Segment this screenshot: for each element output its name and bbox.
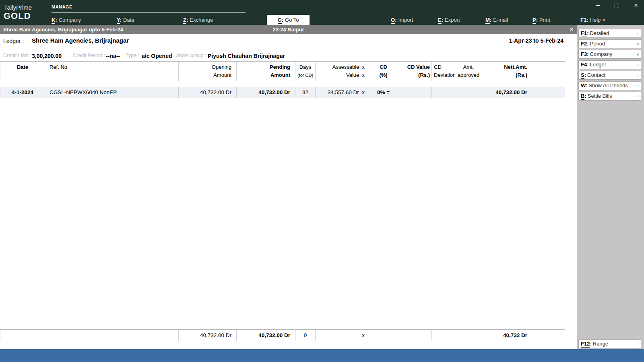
- maximize-icon: [615, 4, 619, 8]
- col-header-days-for-cd: Days (for CD): [295, 62, 316, 81]
- col-header-ref-no: Ref. No.: [45, 62, 179, 81]
- window-minimize-button[interactable]: [592, 2, 603, 10]
- ledger-name: Shree Ram Agencies, Brijrajnagar: [32, 37, 129, 44]
- window-close-button[interactable]: ✕: [630, 2, 642, 10]
- button-label: Detailed: [590, 30, 609, 36]
- header-line2: Amount: [179, 71, 231, 79]
- menu-colon: :: [186, 17, 188, 23]
- menu-colon: :: [282, 17, 283, 23]
- sidebar-button-range[interactable]: F12:Range ‹: [578, 339, 641, 348]
- menu-label: Company: [59, 17, 81, 23]
- sidebar-button-company[interactable]: F3:Company ‹: [578, 50, 641, 59]
- button-colon: :: [584, 93, 586, 99]
- chevron-left-icon: ‹: [635, 40, 641, 48]
- cell-nett-amt: 40,732.00 Dr: [482, 87, 565, 98]
- menu-label: Export: [445, 17, 460, 23]
- col-header-nett-amt: Nett.Amt. (Rs.): [482, 62, 565, 81]
- chevron-left-icon: ‹: [635, 61, 641, 69]
- ledger-label: Ledger :: [3, 38, 24, 44]
- menu-item-company[interactable]: K:Company: [52, 17, 81, 23]
- sidebar-button-detailed[interactable]: F1:Detailed ‹: [578, 29, 641, 38]
- sidebar-button-ledger[interactable]: F4:Ledger ‹: [578, 60, 641, 69]
- table-row[interactable]: 4-1-2024 CGSL-NEPWX6040 NonEP 40,732.00 …: [0, 87, 565, 98]
- menu-label: Help: [590, 17, 601, 23]
- chevron-left-icon: ‹: [635, 340, 641, 348]
- totals-assessable-value: x: [316, 330, 368, 341]
- button-text: F2:Period: [579, 40, 635, 48]
- cell-assessable-value: 34,557.60 Dr x: [316, 87, 368, 98]
- sidebar-button-settle-bills[interactable]: B:Settle Bills ‹: [578, 92, 641, 101]
- header-line1: Amt.: [455, 63, 482, 71]
- header-line1: CD Value: [399, 63, 430, 71]
- button-key: F4: [581, 62, 587, 68]
- col-header-amt-approved: Amt. approved: [455, 62, 482, 81]
- chevron-left-icon: ‹: [635, 92, 641, 100]
- brand-name: TallyPrime: [4, 4, 32, 11]
- menu-title: MANAGE: [52, 4, 72, 9]
- menu-key: Y: [117, 17, 120, 24]
- menu-item-exchange[interactable]: Z:Exchange: [183, 17, 213, 23]
- sidebar-button-period[interactable]: F2:Period ‹: [578, 39, 641, 48]
- button-key: S: [581, 72, 584, 79]
- button-colon: :: [584, 72, 586, 78]
- menu-key: F1: [580, 17, 586, 23]
- credit-period-value: --na--: [106, 53, 120, 59]
- menu-key: Z: [183, 17, 186, 24]
- button-label: Period: [590, 41, 605, 47]
- go-to-button[interactable]: G:Go To: [267, 15, 310, 25]
- header-line1: CD: [368, 63, 399, 71]
- button-colon: :: [587, 30, 588, 36]
- menu-item-email[interactable]: M:E-mail: [485, 17, 508, 23]
- under-group-label: Under group :: [175, 53, 206, 58]
- menu-label: Data: [123, 17, 134, 23]
- sidebar-button-show-all-periods[interactable]: W:Show All Periods ‹: [578, 81, 641, 90]
- totals-days: 0: [295, 330, 316, 341]
- totals-date: [0, 330, 45, 341]
- header-line1: Ref. No.: [50, 63, 178, 71]
- menu-label: Go To: [285, 17, 299, 23]
- button-colon: :: [587, 41, 588, 47]
- close-icon: ✕: [634, 2, 638, 8]
- header-line1: Days: [295, 63, 315, 71]
- menu-item-print[interactable]: P:Print: [533, 17, 550, 23]
- button-text: F1:Detailed: [579, 29, 635, 37]
- menu-item-data[interactable]: Y:Data: [117, 17, 134, 23]
- brand-edition: GOLD: [4, 11, 31, 21]
- menu-colon: :: [395, 17, 396, 23]
- button-colon: :: [587, 51, 588, 57]
- menu-label: E-mail: [493, 17, 508, 23]
- menu-item-help[interactable]: F1:Help●: [580, 17, 605, 23]
- button-key: F2: [581, 41, 587, 47]
- table-totals-row: 40,732.00 Dr 40,732.00 Dr 0 x 40,732 Dr: [0, 329, 565, 341]
- totals-opening-amount: 40,732.00 Dr: [179, 330, 237, 341]
- minimize-icon: [596, 5, 600, 6]
- chevron-left-icon: ‹: [635, 50, 641, 58]
- button-text: F3:Company: [579, 50, 635, 58]
- header-line1: Assessable x: [316, 63, 365, 71]
- menu-key: G: [278, 17, 282, 24]
- header-line1: Pending: [237, 63, 290, 71]
- menu-key: P: [533, 17, 536, 24]
- report-titlebar: 23-24 Raipur Shree Ram Agencies, Brijraj…: [0, 25, 577, 34]
- menu-colon: :: [490, 17, 491, 23]
- col-header-pending-amount: Pending Amount: [237, 62, 295, 81]
- header-line1: Nett.Amt.: [482, 63, 527, 71]
- button-text: F12:Range: [579, 340, 635, 348]
- button-key: F3: [581, 51, 587, 57]
- header-line1: Opening: [179, 63, 231, 71]
- header-line2: (Rs.): [482, 71, 527, 79]
- button-text: W:Show All Periods: [579, 82, 635, 90]
- totals-cd-deviation: [432, 330, 455, 341]
- credit-limit-label: Credit Limit :: [3, 53, 31, 58]
- menu-colon: :: [442, 17, 443, 23]
- button-label: Settle Bills: [588, 93, 612, 99]
- menu-item-export[interactable]: E:Export: [438, 17, 460, 23]
- sidebar-button-contact[interactable]: S:Contact ‹: [578, 71, 641, 80]
- button-key: B: [581, 93, 584, 100]
- cell-ref-no: CGSL-NEPWX6040 NonEP: [45, 87, 179, 98]
- window-maximize-button[interactable]: [611, 2, 622, 10]
- menu-item-import[interactable]: O:Import: [391, 17, 413, 23]
- menu-divider: [52, 12, 246, 13]
- report-close-button[interactable]: ✕: [569, 25, 574, 34]
- cell-cd-deviation: [432, 87, 455, 98]
